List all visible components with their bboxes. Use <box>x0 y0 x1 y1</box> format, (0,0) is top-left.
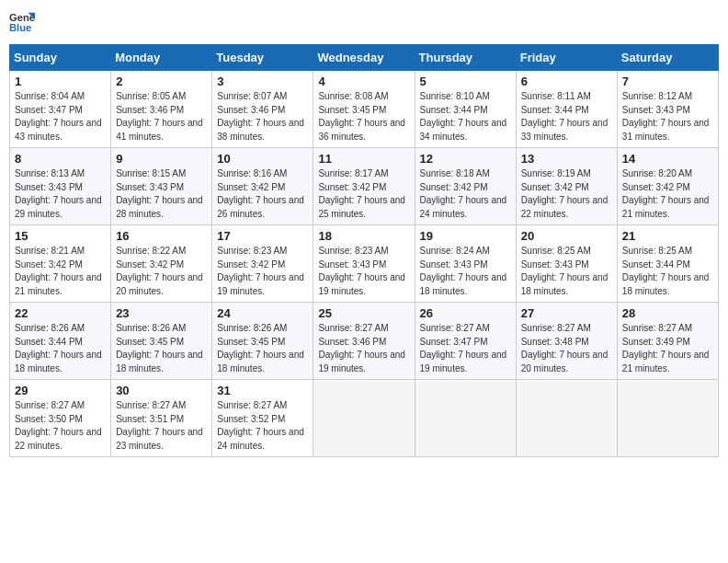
calendar-cell: 9 Sunrise: 8:15 AMSunset: 3:43 PMDayligh… <box>111 148 212 225</box>
logo: General Blue <box>9 9 35 35</box>
day-number: 14 <box>622 152 713 166</box>
calendar-cell: 16 Sunrise: 8:22 AMSunset: 3:42 PMDaylig… <box>111 225 212 303</box>
calendar-cell <box>313 380 415 457</box>
weekday-header: Thursday <box>415 45 516 71</box>
calendar-cell: 21 Sunrise: 8:25 AMSunset: 3:44 PMDaylig… <box>617 225 718 303</box>
day-number: 6 <box>521 75 612 88</box>
calendar-cell: 23 Sunrise: 8:26 AMSunset: 3:45 PMDaylig… <box>111 303 212 380</box>
day-number: 23 <box>116 306 207 320</box>
calendar-cell: 26 Sunrise: 8:27 AMSunset: 3:47 PMDaylig… <box>415 303 516 380</box>
weekday-header: Wednesday <box>313 45 415 71</box>
weekday-header: Tuesday <box>212 45 313 71</box>
day-info: Sunrise: 8:25 AMSunset: 3:43 PMDaylight:… <box>521 246 609 296</box>
calendar-cell: 3 Sunrise: 8:07 AMSunset: 3:46 PMDayligh… <box>212 71 313 148</box>
day-info: Sunrise: 8:11 AMSunset: 3:44 PMDaylight:… <box>521 91 609 142</box>
calendar-week-row: 29 Sunrise: 8:27 AMSunset: 3:50 PMDaylig… <box>10 380 719 457</box>
day-number: 8 <box>15 152 106 166</box>
calendar-cell: 29 Sunrise: 8:27 AMSunset: 3:50 PMDaylig… <box>10 380 111 457</box>
page-header: General Blue <box>9 9 719 35</box>
day-info: Sunrise: 8:20 AMSunset: 3:42 PMDaylight:… <box>622 168 710 219</box>
logo-icon: General Blue <box>9 9 35 35</box>
day-info: Sunrise: 8:26 AMSunset: 3:45 PMDaylight:… <box>217 323 304 373</box>
day-number: 17 <box>217 229 308 243</box>
calendar-week-row: 8 Sunrise: 8:13 AMSunset: 3:43 PMDayligh… <box>10 148 719 225</box>
calendar-cell: 20 Sunrise: 8:25 AMSunset: 3:43 PMDaylig… <box>516 225 617 303</box>
day-info: Sunrise: 8:16 AMSunset: 3:42 PMDaylight:… <box>217 168 304 219</box>
calendar-cell: 22 Sunrise: 8:26 AMSunset: 3:44 PMDaylig… <box>10 303 111 380</box>
day-info: Sunrise: 8:15 AMSunset: 3:43 PMDaylight:… <box>116 168 203 219</box>
day-info: Sunrise: 8:27 AMSunset: 3:47 PMDaylight:… <box>420 323 507 373</box>
calendar-cell: 30 Sunrise: 8:27 AMSunset: 3:51 PMDaylig… <box>111 380 212 457</box>
day-info: Sunrise: 8:10 AMSunset: 3:44 PMDaylight:… <box>420 91 507 142</box>
calendar-cell: 24 Sunrise: 8:26 AMSunset: 3:45 PMDaylig… <box>212 303 313 380</box>
day-number: 27 <box>521 306 612 320</box>
day-info: Sunrise: 8:22 AMSunset: 3:42 PMDaylight:… <box>116 246 203 296</box>
day-info: Sunrise: 8:27 AMSunset: 3:49 PMDaylight:… <box>622 323 710 373</box>
day-info: Sunrise: 8:23 AMSunset: 3:42 PMDaylight:… <box>217 246 304 296</box>
day-info: Sunrise: 8:07 AMSunset: 3:46 PMDaylight:… <box>217 91 304 142</box>
day-number: 3 <box>217 75 308 88</box>
day-number: 12 <box>420 152 511 166</box>
calendar-cell: 19 Sunrise: 8:24 AMSunset: 3:43 PMDaylig… <box>415 225 516 303</box>
day-number: 18 <box>318 229 409 243</box>
day-number: 25 <box>318 306 409 320</box>
calendar-cell: 25 Sunrise: 8:27 AMSunset: 3:46 PMDaylig… <box>313 303 415 380</box>
day-number: 30 <box>116 384 207 397</box>
calendar-cell: 27 Sunrise: 8:27 AMSunset: 3:48 PMDaylig… <box>516 303 617 380</box>
day-number: 13 <box>521 152 612 166</box>
calendar-cell: 13 Sunrise: 8:19 AMSunset: 3:42 PMDaylig… <box>516 148 617 225</box>
day-info: Sunrise: 8:04 AMSunset: 3:47 PMDaylight:… <box>15 91 102 142</box>
day-number: 16 <box>116 229 207 243</box>
day-info: Sunrise: 8:13 AMSunset: 3:43 PMDaylight:… <box>15 168 102 219</box>
day-info: Sunrise: 8:27 AMSunset: 3:52 PMDaylight:… <box>217 400 304 451</box>
day-info: Sunrise: 8:27 AMSunset: 3:51 PMDaylight:… <box>116 400 203 451</box>
day-number: 1 <box>15 75 106 88</box>
weekday-header: Monday <box>111 45 212 71</box>
day-number: 28 <box>622 306 713 320</box>
calendar-cell: 7 Sunrise: 8:12 AMSunset: 3:43 PMDayligh… <box>617 71 718 148</box>
calendar-week-row: 15 Sunrise: 8:21 AMSunset: 3:42 PMDaylig… <box>10 225 719 303</box>
calendar-table: SundayMondayTuesdayWednesdayThursdayFrid… <box>9 44 719 457</box>
calendar-cell: 15 Sunrise: 8:21 AMSunset: 3:42 PMDaylig… <box>10 225 111 303</box>
calendar-cell <box>516 380 617 457</box>
day-info: Sunrise: 8:26 AMSunset: 3:44 PMDaylight:… <box>15 323 102 373</box>
day-number: 11 <box>318 152 409 166</box>
day-info: Sunrise: 8:18 AMSunset: 3:42 PMDaylight:… <box>420 168 507 219</box>
day-number: 9 <box>116 152 207 166</box>
day-info: Sunrise: 8:27 AMSunset: 3:46 PMDaylight:… <box>318 323 405 373</box>
day-number: 10 <box>217 152 308 166</box>
weekday-header: Sunday <box>10 45 111 71</box>
day-info: Sunrise: 8:23 AMSunset: 3:43 PMDaylight:… <box>318 246 405 296</box>
day-number: 21 <box>622 229 713 243</box>
calendar-week-row: 1 Sunrise: 8:04 AMSunset: 3:47 PMDayligh… <box>10 71 719 148</box>
day-info: Sunrise: 8:17 AMSunset: 3:42 PMDaylight:… <box>318 168 405 219</box>
day-number: 24 <box>217 306 308 320</box>
calendar-cell: 8 Sunrise: 8:13 AMSunset: 3:43 PMDayligh… <box>10 148 111 225</box>
day-number: 4 <box>318 75 409 88</box>
day-info: Sunrise: 8:24 AMSunset: 3:43 PMDaylight:… <box>420 246 507 296</box>
day-info: Sunrise: 8:21 AMSunset: 3:42 PMDaylight:… <box>15 246 102 296</box>
day-number: 29 <box>15 384 106 397</box>
calendar-header: SundayMondayTuesdayWednesdayThursdayFrid… <box>10 45 719 71</box>
day-number: 20 <box>521 229 612 243</box>
day-number: 7 <box>622 75 713 88</box>
day-number: 26 <box>420 306 511 320</box>
day-number: 31 <box>217 384 308 397</box>
calendar-cell: 2 Sunrise: 8:05 AMSunset: 3:46 PMDayligh… <box>111 71 212 148</box>
calendar-cell: 12 Sunrise: 8:18 AMSunset: 3:42 PMDaylig… <box>415 148 516 225</box>
calendar-cell: 31 Sunrise: 8:27 AMSunset: 3:52 PMDaylig… <box>212 380 313 457</box>
calendar-cell <box>617 380 718 457</box>
svg-text:Blue: Blue <box>9 22 31 33</box>
calendar-cell: 11 Sunrise: 8:17 AMSunset: 3:42 PMDaylig… <box>313 148 415 225</box>
day-info: Sunrise: 8:08 AMSunset: 3:45 PMDaylight:… <box>318 91 405 142</box>
day-info: Sunrise: 8:12 AMSunset: 3:43 PMDaylight:… <box>622 91 710 142</box>
day-number: 22 <box>15 306 106 320</box>
calendar-cell: 14 Sunrise: 8:20 AMSunset: 3:42 PMDaylig… <box>617 148 718 225</box>
calendar-cell: 4 Sunrise: 8:08 AMSunset: 3:45 PMDayligh… <box>313 71 415 148</box>
day-info: Sunrise: 8:19 AMSunset: 3:42 PMDaylight:… <box>521 168 609 219</box>
day-number: 5 <box>420 75 511 88</box>
day-number: 15 <box>15 229 106 243</box>
calendar-cell: 18 Sunrise: 8:23 AMSunset: 3:43 PMDaylig… <box>313 225 415 303</box>
calendar-cell: 10 Sunrise: 8:16 AMSunset: 3:42 PMDaylig… <box>212 148 313 225</box>
weekday-header: Friday <box>516 45 617 71</box>
